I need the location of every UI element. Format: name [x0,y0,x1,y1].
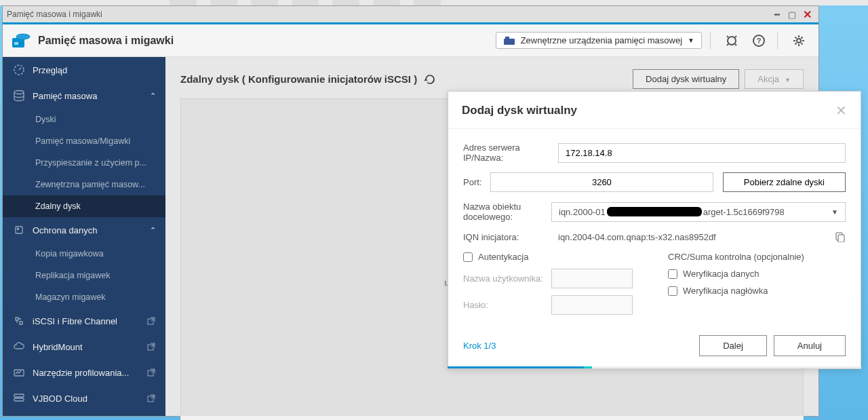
close-button[interactable]: ✕ [800,8,814,20]
cancel-button[interactable]: Anuluj [774,335,846,356]
initiator-label: IQN inicjatora: [463,232,558,242]
target-select[interactable]: iqn.2000-01 arget-1.5c1669f9798 ▼ [551,202,846,222]
refresh-icon[interactable] [424,73,436,85]
svg-text:?: ? [757,37,762,45]
next-button[interactable]: Dalej [699,335,767,356]
help-icon[interactable]: ? [749,31,769,51]
gauge-icon [12,63,26,77]
storage-icon [12,89,26,102]
svg-rect-4 [504,39,515,45]
action-dropdown[interactable]: Akcja▼ [745,69,804,89]
copy-icon[interactable] [835,231,846,242]
sidebar-item-data-protection[interactable]: Ochrona danych ⌃ [3,217,165,243]
verify-header-label: Weryfikacja nagłówka [683,286,768,296]
port-label: Port: [463,177,490,187]
svg-point-6 [728,37,736,45]
target-label: Nazwa obiektu docelowego: [463,202,551,222]
sidebar-item-hybridmount[interactable]: HybridMount [3,334,165,360]
chevron-down-icon: ▼ [831,208,838,216]
chevron-up-icon: ⌃ [150,92,156,100]
profiling-icon [12,366,26,379]
svg-point-11 [14,91,24,94]
password-label: Hasło: [463,300,551,310]
step-indicator: Krok 1/3 [463,341,496,351]
sidebar-item-disks[interactable]: Dyski [3,109,165,130]
chevron-up-icon: ⌃ [150,226,156,235]
redacted-text [607,207,702,216]
initiator-value: iqn.2004-04.com.qnap:ts-x32.nas8952df [558,232,828,242]
shield-icon [12,223,26,237]
external-link-icon [146,316,156,326]
page-title: Zdalny dysk ( Konfigurowanie inicjatorów… [180,73,417,85]
sidebar-item-vjbod[interactable]: VJBOD Cloud [3,385,165,411]
app-icon [12,33,31,49]
chevron-down-icon: ▼ [688,37,694,44]
verify-data-label: Weryfikacja danych [683,269,759,279]
maximize-button[interactable]: ▢ [785,8,800,20]
external-link-icon [146,368,156,377]
dialog-title: Dodaj dysk wirtualny [462,104,577,117]
sidebar-item-iscsi[interactable]: iSCSI i Fibre Channel [3,308,165,334]
sidebar-item-snapshot-copy[interactable]: Kopia migawkowa [3,243,165,265]
app-title: Pamięć masowa i migawki [38,35,174,47]
auth-checkbox[interactable] [463,252,473,262]
sidebar-item-overview[interactable]: Przegląd [3,57,165,83]
svg-rect-3 [14,42,18,45]
sidebar-item-cache-accel[interactable]: Przyspieszanie z użyciem p... [3,152,165,174]
external-storage-dropdown[interactable]: Zewnętrzne urządzenia pamięci masowej ▼ [496,32,702,49]
auth-label: Autentykacja [478,252,528,262]
port-input[interactable] [490,172,713,192]
external-link-icon [146,394,156,403]
sidebar-item-snapshot-store[interactable]: Magazyn migawek [3,286,165,308]
dialog-close-icon[interactable]: ✕ [835,102,847,119]
server-input[interactable] [558,143,846,163]
add-virtual-disk-button[interactable]: Dodaj dysk wirtualny [633,69,739,89]
verify-data-checkbox[interactable] [668,269,677,279]
svg-rect-5 [505,37,509,39]
sidebar-item-profiling[interactable]: Narzędzie profilowania... [3,360,165,385]
os-taskbar [0,0,868,5]
fetch-remote-disks-button[interactable]: Pobierz zdalne dyski [723,172,846,192]
minimize-button[interactable]: ━ [770,8,785,20]
svg-rect-13 [17,228,19,230]
cloud-icon [12,340,26,354]
sidebar: Przegląd Pamięć masowa ⌃ Dyski Pamięć ma… [3,57,165,416]
sidebar-item-storage[interactable]: Pamięć masowa ⌃ [3,83,165,109]
password-input [551,295,633,315]
app-header: Pamięć masowa i migawki Zewnętrzne urząd… [3,24,818,57]
sidebar-item-storage-snapshots[interactable]: Pamięć masowa/Migawki [3,130,165,152]
settings-icon[interactable] [789,31,809,51]
svg-rect-18 [14,394,24,397]
svg-point-9 [797,39,801,43]
iscsi-icon [12,314,26,328]
sidebar-item-snapshot-replication[interactable]: Replikacja migawek [3,265,165,286]
verify-header-checkbox[interactable] [668,286,677,296]
external-link-icon [146,342,156,351]
sidebar-item-remote-disk[interactable]: Zdalny dysk [3,195,165,217]
sidebar-item-external-storage[interactable]: Zewnętrzna pamięć masow... [3,174,165,195]
diagnostics-icon[interactable] [722,31,742,51]
username-input [551,269,633,288]
server-label: Adres serwera IP/Nazwa: [463,142,558,163]
svg-rect-19 [14,398,24,401]
username-label: Nazwa użytkownika: [463,273,551,284]
window-title: Pamięć masowa i migawki [7,9,102,19]
add-virtual-disk-dialog: Dodaj dysk wirtualny ✕ Adres serwera IP/… [448,91,861,369]
svg-rect-22 [838,235,844,242]
titlebar: Pamięć masowa i migawki ━ ▢ ✕ [3,6,818,22]
vjbod-icon [12,392,26,405]
crc-label: CRC/Suma kontrolna (opcjonalnie) [668,252,846,262]
